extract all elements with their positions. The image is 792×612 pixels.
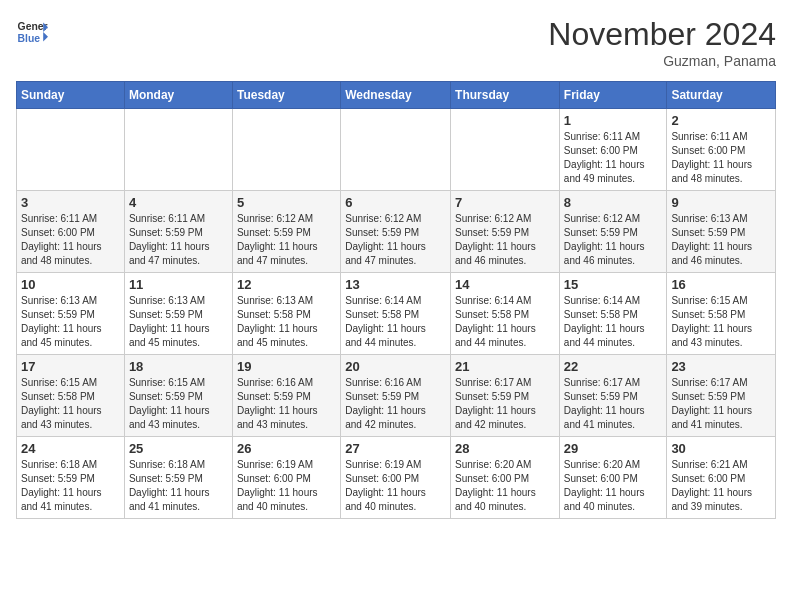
day-info: Sunrise: 6:15 AM Sunset: 5:59 PM Dayligh… [129,376,228,432]
calendar-cell [232,109,340,191]
day-number: 13 [345,277,446,292]
day-number: 24 [21,441,120,456]
calendar-week-2: 3Sunrise: 6:11 AM Sunset: 6:00 PM Daylig… [17,191,776,273]
svg-text:Blue: Blue [18,33,41,44]
weekday-header-row: SundayMondayTuesdayWednesdayThursdayFrid… [17,82,776,109]
day-info: Sunrise: 6:18 AM Sunset: 5:59 PM Dayligh… [129,458,228,514]
weekday-header-monday: Monday [124,82,232,109]
calendar-cell: 1Sunrise: 6:11 AM Sunset: 6:00 PM Daylig… [559,109,667,191]
weekday-header-saturday: Saturday [667,82,776,109]
weekday-header-wednesday: Wednesday [341,82,451,109]
day-info: Sunrise: 6:12 AM Sunset: 5:59 PM Dayligh… [564,212,663,268]
calendar-cell: 3Sunrise: 6:11 AM Sunset: 6:00 PM Daylig… [17,191,125,273]
day-number: 4 [129,195,228,210]
day-info: Sunrise: 6:13 AM Sunset: 5:58 PM Dayligh… [237,294,336,350]
calendar-cell: 28Sunrise: 6:20 AM Sunset: 6:00 PM Dayli… [451,437,560,519]
calendar-cell: 11Sunrise: 6:13 AM Sunset: 5:59 PM Dayli… [124,273,232,355]
day-number: 30 [671,441,771,456]
day-number: 17 [21,359,120,374]
day-number: 5 [237,195,336,210]
page-header: General Blue November 2024 Guzman, Panam… [16,16,776,69]
calendar-table: SundayMondayTuesdayWednesdayThursdayFrid… [16,81,776,519]
calendar-cell: 30Sunrise: 6:21 AM Sunset: 6:00 PM Dayli… [667,437,776,519]
day-info: Sunrise: 6:15 AM Sunset: 5:58 PM Dayligh… [21,376,120,432]
calendar-cell: 4Sunrise: 6:11 AM Sunset: 5:59 PM Daylig… [124,191,232,273]
weekday-header-friday: Friday [559,82,667,109]
calendar-cell: 12Sunrise: 6:13 AM Sunset: 5:58 PM Dayli… [232,273,340,355]
day-number: 25 [129,441,228,456]
day-number: 9 [671,195,771,210]
calendar-cell: 16Sunrise: 6:15 AM Sunset: 5:58 PM Dayli… [667,273,776,355]
day-info: Sunrise: 6:21 AM Sunset: 6:00 PM Dayligh… [671,458,771,514]
day-info: Sunrise: 6:12 AM Sunset: 5:59 PM Dayligh… [455,212,555,268]
day-number: 8 [564,195,663,210]
day-info: Sunrise: 6:11 AM Sunset: 5:59 PM Dayligh… [129,212,228,268]
calendar-cell: 19Sunrise: 6:16 AM Sunset: 5:59 PM Dayli… [232,355,340,437]
calendar-week-3: 10Sunrise: 6:13 AM Sunset: 5:59 PM Dayli… [17,273,776,355]
calendar-cell [124,109,232,191]
calendar-cell [451,109,560,191]
calendar-cell: 5Sunrise: 6:12 AM Sunset: 5:59 PM Daylig… [232,191,340,273]
day-number: 16 [671,277,771,292]
day-info: Sunrise: 6:17 AM Sunset: 5:59 PM Dayligh… [671,376,771,432]
day-number: 6 [345,195,446,210]
day-info: Sunrise: 6:14 AM Sunset: 5:58 PM Dayligh… [455,294,555,350]
day-number: 1 [564,113,663,128]
day-info: Sunrise: 6:12 AM Sunset: 5:59 PM Dayligh… [345,212,446,268]
day-info: Sunrise: 6:16 AM Sunset: 5:59 PM Dayligh… [345,376,446,432]
day-number: 10 [21,277,120,292]
calendar-cell: 27Sunrise: 6:19 AM Sunset: 6:00 PM Dayli… [341,437,451,519]
day-info: Sunrise: 6:13 AM Sunset: 5:59 PM Dayligh… [671,212,771,268]
day-number: 26 [237,441,336,456]
day-number: 23 [671,359,771,374]
day-number: 12 [237,277,336,292]
title-area: November 2024 Guzman, Panama [548,16,776,69]
calendar-cell: 2Sunrise: 6:11 AM Sunset: 6:00 PM Daylig… [667,109,776,191]
day-info: Sunrise: 6:19 AM Sunset: 6:00 PM Dayligh… [345,458,446,514]
day-info: Sunrise: 6:14 AM Sunset: 5:58 PM Dayligh… [564,294,663,350]
day-info: Sunrise: 6:18 AM Sunset: 5:59 PM Dayligh… [21,458,120,514]
calendar-cell: 9Sunrise: 6:13 AM Sunset: 5:59 PM Daylig… [667,191,776,273]
calendar-cell: 26Sunrise: 6:19 AM Sunset: 6:00 PM Dayli… [232,437,340,519]
day-info: Sunrise: 6:17 AM Sunset: 5:59 PM Dayligh… [455,376,555,432]
day-number: 29 [564,441,663,456]
logo-icon: General Blue [16,16,48,48]
day-info: Sunrise: 6:13 AM Sunset: 5:59 PM Dayligh… [21,294,120,350]
calendar-cell: 8Sunrise: 6:12 AM Sunset: 5:59 PM Daylig… [559,191,667,273]
day-number: 19 [237,359,336,374]
calendar-cell: 7Sunrise: 6:12 AM Sunset: 5:59 PM Daylig… [451,191,560,273]
weekday-header-tuesday: Tuesday [232,82,340,109]
day-number: 18 [129,359,228,374]
day-number: 28 [455,441,555,456]
calendar-cell: 22Sunrise: 6:17 AM Sunset: 5:59 PM Dayli… [559,355,667,437]
calendar-cell: 17Sunrise: 6:15 AM Sunset: 5:58 PM Dayli… [17,355,125,437]
calendar-cell: 14Sunrise: 6:14 AM Sunset: 5:58 PM Dayli… [451,273,560,355]
weekday-header-sunday: Sunday [17,82,125,109]
calendar-cell: 18Sunrise: 6:15 AM Sunset: 5:59 PM Dayli… [124,355,232,437]
day-number: 14 [455,277,555,292]
day-info: Sunrise: 6:11 AM Sunset: 6:00 PM Dayligh… [21,212,120,268]
calendar-cell: 6Sunrise: 6:12 AM Sunset: 5:59 PM Daylig… [341,191,451,273]
day-info: Sunrise: 6:11 AM Sunset: 6:00 PM Dayligh… [671,130,771,186]
day-info: Sunrise: 6:13 AM Sunset: 5:59 PM Dayligh… [129,294,228,350]
day-info: Sunrise: 6:14 AM Sunset: 5:58 PM Dayligh… [345,294,446,350]
day-number: 15 [564,277,663,292]
day-number: 7 [455,195,555,210]
calendar-cell: 10Sunrise: 6:13 AM Sunset: 5:59 PM Dayli… [17,273,125,355]
day-number: 11 [129,277,228,292]
calendar-week-5: 24Sunrise: 6:18 AM Sunset: 5:59 PM Dayli… [17,437,776,519]
calendar-cell: 24Sunrise: 6:18 AM Sunset: 5:59 PM Dayli… [17,437,125,519]
day-number: 21 [455,359,555,374]
day-number: 27 [345,441,446,456]
calendar-cell: 29Sunrise: 6:20 AM Sunset: 6:00 PM Dayli… [559,437,667,519]
calendar-week-4: 17Sunrise: 6:15 AM Sunset: 5:58 PM Dayli… [17,355,776,437]
calendar-cell: 21Sunrise: 6:17 AM Sunset: 5:59 PM Dayli… [451,355,560,437]
day-info: Sunrise: 6:11 AM Sunset: 6:00 PM Dayligh… [564,130,663,186]
day-info: Sunrise: 6:12 AM Sunset: 5:59 PM Dayligh… [237,212,336,268]
calendar-week-1: 1Sunrise: 6:11 AM Sunset: 6:00 PM Daylig… [17,109,776,191]
calendar-cell [17,109,125,191]
calendar-cell: 13Sunrise: 6:14 AM Sunset: 5:58 PM Dayli… [341,273,451,355]
day-number: 2 [671,113,771,128]
day-info: Sunrise: 6:16 AM Sunset: 5:59 PM Dayligh… [237,376,336,432]
day-info: Sunrise: 6:15 AM Sunset: 5:58 PM Dayligh… [671,294,771,350]
